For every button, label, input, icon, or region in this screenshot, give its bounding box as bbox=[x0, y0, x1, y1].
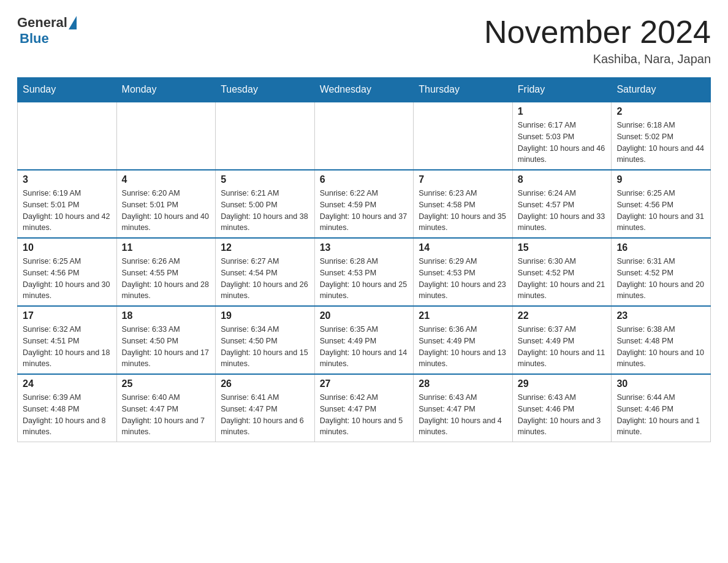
day-number: 5 bbox=[221, 174, 309, 185]
calendar-cell-week2-day7: 9Sunrise: 6:25 AM Sunset: 4:56 PM Daylig… bbox=[612, 170, 711, 238]
calendar-table: Sunday Monday Tuesday Wednesday Thursday… bbox=[17, 77, 711, 442]
day-info: Sunrise: 6:31 AM Sunset: 4:52 PM Dayligh… bbox=[616, 256, 705, 302]
day-info: Sunrise: 6:41 AM Sunset: 4:47 PM Dayligh… bbox=[221, 392, 309, 438]
col-header-thursday: Thursday bbox=[414, 78, 513, 102]
calendar-cell-week4-day1: 17Sunrise: 6:32 AM Sunset: 4:51 PM Dayli… bbox=[18, 306, 117, 374]
calendar-cell-week1-day6: 1Sunrise: 6:17 AM Sunset: 5:03 PM Daylig… bbox=[512, 102, 612, 170]
calendar-cell-week1-day5 bbox=[414, 102, 513, 170]
day-number: 29 bbox=[518, 378, 607, 389]
day-info: Sunrise: 6:25 AM Sunset: 4:56 PM Dayligh… bbox=[616, 188, 705, 234]
day-number: 18 bbox=[122, 310, 211, 321]
col-header-sunday: Sunday bbox=[18, 78, 117, 102]
calendar-cell-week1-day4 bbox=[314, 102, 414, 170]
day-number: 14 bbox=[419, 242, 507, 253]
day-info: Sunrise: 6:17 AM Sunset: 5:03 PM Dayligh… bbox=[518, 120, 607, 166]
day-number: 6 bbox=[320, 174, 409, 185]
logo-triangle-icon bbox=[69, 16, 77, 29]
day-info: Sunrise: 6:34 AM Sunset: 4:50 PM Dayligh… bbox=[221, 324, 309, 370]
calendar-cell-week3-day3: 12Sunrise: 6:27 AM Sunset: 4:54 PM Dayli… bbox=[216, 238, 315, 306]
calendar-cell-week2-day1: 3Sunrise: 6:19 AM Sunset: 5:01 PM Daylig… bbox=[18, 170, 117, 238]
col-header-saturday: Saturday bbox=[612, 78, 711, 102]
day-number: 20 bbox=[320, 310, 409, 321]
header-right: November 2024 Kashiba, Nara, Japan bbox=[484, 15, 711, 66]
calendar-cell-week5-day5: 28Sunrise: 6:43 AM Sunset: 4:47 PM Dayli… bbox=[414, 374, 513, 442]
calendar-week-row-1: 1Sunrise: 6:17 AM Sunset: 5:03 PM Daylig… bbox=[18, 102, 711, 170]
logo-general-text: General bbox=[17, 15, 67, 31]
day-number: 11 bbox=[122, 242, 211, 253]
calendar-cell-week3-day4: 13Sunrise: 6:28 AM Sunset: 4:53 PM Dayli… bbox=[314, 238, 414, 306]
day-number: 10 bbox=[23, 242, 112, 253]
day-info: Sunrise: 6:28 AM Sunset: 4:53 PM Dayligh… bbox=[320, 256, 409, 302]
day-info: Sunrise: 6:25 AM Sunset: 4:56 PM Dayligh… bbox=[23, 256, 112, 302]
col-header-tuesday: Tuesday bbox=[216, 78, 315, 102]
day-number: 30 bbox=[616, 378, 705, 389]
day-info: Sunrise: 6:21 AM Sunset: 5:00 PM Dayligh… bbox=[221, 188, 309, 234]
day-number: 22 bbox=[518, 310, 607, 321]
calendar-cell-week1-day1 bbox=[18, 102, 117, 170]
calendar-header-row: Sunday Monday Tuesday Wednesday Thursday… bbox=[18, 78, 711, 102]
day-info: Sunrise: 6:44 AM Sunset: 4:46 PM Dayligh… bbox=[616, 392, 705, 438]
logo-blue-text: Blue bbox=[20, 31, 49, 46]
calendar-cell-week5-day6: 29Sunrise: 6:43 AM Sunset: 4:46 PM Dayli… bbox=[512, 374, 612, 442]
calendar-cell-week3-day5: 14Sunrise: 6:29 AM Sunset: 4:53 PM Dayli… bbox=[414, 238, 513, 306]
day-info: Sunrise: 6:18 AM Sunset: 5:02 PM Dayligh… bbox=[616, 120, 705, 166]
day-info: Sunrise: 6:43 AM Sunset: 4:46 PM Dayligh… bbox=[518, 392, 607, 438]
day-number: 24 bbox=[23, 378, 112, 389]
day-number: 28 bbox=[419, 378, 507, 389]
day-info: Sunrise: 6:22 AM Sunset: 4:59 PM Dayligh… bbox=[320, 188, 409, 234]
day-info: Sunrise: 6:26 AM Sunset: 4:55 PM Dayligh… bbox=[122, 256, 211, 302]
calendar-week-row-2: 3Sunrise: 6:19 AM Sunset: 5:01 PM Daylig… bbox=[18, 170, 711, 238]
calendar-cell-week3-day7: 16Sunrise: 6:31 AM Sunset: 4:52 PM Dayli… bbox=[612, 238, 711, 306]
calendar-week-row-5: 24Sunrise: 6:39 AM Sunset: 4:48 PM Dayli… bbox=[18, 374, 711, 442]
calendar-cell-week4-day5: 21Sunrise: 6:36 AM Sunset: 4:49 PM Dayli… bbox=[414, 306, 513, 374]
calendar-cell-week4-day3: 19Sunrise: 6:34 AM Sunset: 4:50 PM Dayli… bbox=[216, 306, 315, 374]
day-info: Sunrise: 6:32 AM Sunset: 4:51 PM Dayligh… bbox=[23, 324, 112, 370]
logo: General Blue bbox=[17, 15, 78, 47]
day-info: Sunrise: 6:43 AM Sunset: 4:47 PM Dayligh… bbox=[419, 392, 507, 438]
calendar-cell-week5-day4: 27Sunrise: 6:42 AM Sunset: 4:47 PM Dayli… bbox=[314, 374, 414, 442]
calendar-cell-week5-day7: 30Sunrise: 6:44 AM Sunset: 4:46 PM Dayli… bbox=[612, 374, 711, 442]
day-number: 3 bbox=[23, 174, 112, 185]
day-number: 23 bbox=[616, 310, 705, 321]
calendar-week-row-3: 10Sunrise: 6:25 AM Sunset: 4:56 PM Dayli… bbox=[18, 238, 711, 306]
location: Kashiba, Nara, Japan bbox=[484, 52, 711, 66]
day-number: 19 bbox=[221, 310, 309, 321]
day-info: Sunrise: 6:27 AM Sunset: 4:54 PM Dayligh… bbox=[221, 256, 309, 302]
day-info: Sunrise: 6:30 AM Sunset: 4:52 PM Dayligh… bbox=[518, 256, 607, 302]
calendar-cell-week4-day7: 23Sunrise: 6:38 AM Sunset: 4:48 PM Dayli… bbox=[612, 306, 711, 374]
calendar-cell-week1-day3 bbox=[216, 102, 315, 170]
day-info: Sunrise: 6:23 AM Sunset: 4:58 PM Dayligh… bbox=[419, 188, 507, 234]
calendar-cell-week2-day2: 4Sunrise: 6:20 AM Sunset: 5:01 PM Daylig… bbox=[116, 170, 216, 238]
calendar-cell-week3-day2: 11Sunrise: 6:26 AM Sunset: 4:55 PM Dayli… bbox=[116, 238, 216, 306]
calendar-cell-week4-day6: 22Sunrise: 6:37 AM Sunset: 4:49 PM Dayli… bbox=[512, 306, 612, 374]
day-info: Sunrise: 6:24 AM Sunset: 4:57 PM Dayligh… bbox=[518, 188, 607, 234]
day-number: 17 bbox=[23, 310, 112, 321]
day-info: Sunrise: 6:20 AM Sunset: 5:01 PM Dayligh… bbox=[122, 188, 211, 234]
day-number: 7 bbox=[419, 174, 507, 185]
calendar-cell-week2-day4: 6Sunrise: 6:22 AM Sunset: 4:59 PM Daylig… bbox=[314, 170, 414, 238]
calendar-cell-week5-day3: 26Sunrise: 6:41 AM Sunset: 4:47 PM Dayli… bbox=[216, 374, 315, 442]
col-header-wednesday: Wednesday bbox=[314, 78, 414, 102]
day-number: 15 bbox=[518, 242, 607, 253]
calendar-cell-week1-day7: 2Sunrise: 6:18 AM Sunset: 5:02 PM Daylig… bbox=[612, 102, 711, 170]
day-info: Sunrise: 6:37 AM Sunset: 4:49 PM Dayligh… bbox=[518, 324, 607, 370]
page-header: General Blue November 2024 Kashiba, Nara… bbox=[17, 15, 711, 66]
calendar-cell-week5-day2: 25Sunrise: 6:40 AM Sunset: 4:47 PM Dayli… bbox=[116, 374, 216, 442]
day-info: Sunrise: 6:35 AM Sunset: 4:49 PM Dayligh… bbox=[320, 324, 409, 370]
calendar-cell-week1-day2 bbox=[116, 102, 216, 170]
day-info: Sunrise: 6:19 AM Sunset: 5:01 PM Dayligh… bbox=[23, 188, 112, 234]
calendar-cell-week5-day1: 24Sunrise: 6:39 AM Sunset: 4:48 PM Dayli… bbox=[18, 374, 117, 442]
col-header-friday: Friday bbox=[512, 78, 612, 102]
day-info: Sunrise: 6:29 AM Sunset: 4:53 PM Dayligh… bbox=[419, 256, 507, 302]
calendar-cell-week4-day2: 18Sunrise: 6:33 AM Sunset: 4:50 PM Dayli… bbox=[116, 306, 216, 374]
day-number: 26 bbox=[221, 378, 309, 389]
day-info: Sunrise: 6:33 AM Sunset: 4:50 PM Dayligh… bbox=[122, 324, 211, 370]
day-number: 9 bbox=[616, 174, 705, 185]
day-number: 1 bbox=[518, 106, 607, 117]
month-title: November 2024 bbox=[484, 15, 711, 50]
day-number: 12 bbox=[221, 242, 309, 253]
day-info: Sunrise: 6:39 AM Sunset: 4:48 PM Dayligh… bbox=[23, 392, 112, 438]
day-info: Sunrise: 6:40 AM Sunset: 4:47 PM Dayligh… bbox=[122, 392, 211, 438]
calendar-cell-week3-day6: 15Sunrise: 6:30 AM Sunset: 4:52 PM Dayli… bbox=[512, 238, 612, 306]
day-number: 21 bbox=[419, 310, 507, 321]
